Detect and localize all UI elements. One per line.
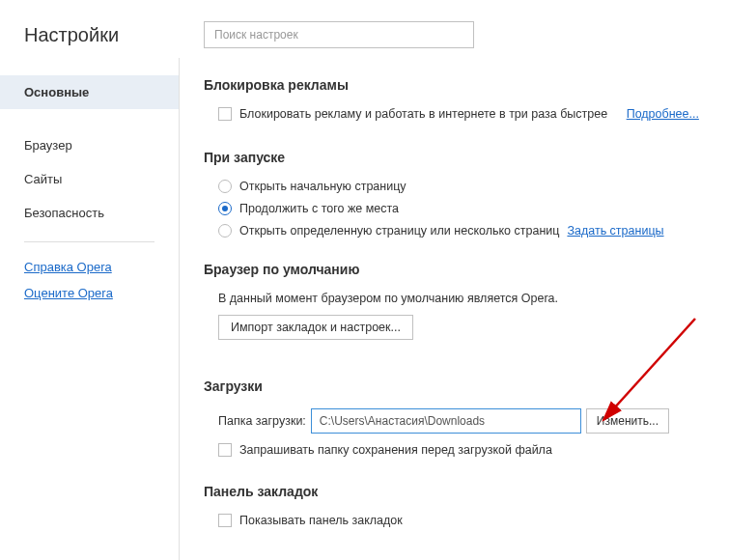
set-pages-link[interactable]: Задать страницы <box>567 224 663 238</box>
startup-radio-home[interactable] <box>218 180 232 193</box>
downloads-title: Загрузки <box>204 378 700 394</box>
download-folder-label: Папка загрузки: <box>218 414 306 428</box>
main-content: Блокировка рекламы Блокировать рекламу и… <box>180 0 729 560</box>
startup-radio-home-label: Открыть начальную страницу <box>239 180 407 193</box>
sidebar-item-security[interactable]: Безопасность <box>0 196 179 230</box>
adblock-label: Блокировать рекламу и работать в интерне… <box>239 107 607 121</box>
startup-radio-specific-label: Открыть определенную страницу или нескол… <box>239 224 559 238</box>
sidebar-item-browser[interactable]: Браузер <box>0 128 179 162</box>
startup-section: При запуске Открыть начальную страницу П… <box>204 150 700 238</box>
adblock-title: Блокировка рекламы <box>204 77 700 93</box>
startup-radio-continue-label: Продолжить с того же места <box>239 202 399 215</box>
ask-folder-label: Запрашивать папку сохранения перед загру… <box>239 443 552 457</box>
download-folder-input[interactable] <box>311 408 581 434</box>
adblock-more-link[interactable]: Подробнее... <box>627 107 699 121</box>
page-title: Настройки <box>0 24 179 46</box>
bookmarks-title: Панель закладок <box>204 484 700 499</box>
show-bookmarks-label: Показывать панель закладок <box>239 514 403 527</box>
default-browser-section: Браузер по умолчанию В данный момент бра… <box>204 262 700 340</box>
sidebar-item-basic[interactable]: Основные <box>0 75 179 109</box>
default-browser-status: В данный момент браузером по умолчанию я… <box>204 292 700 305</box>
change-folder-button[interactable]: Изменить... <box>586 408 669 434</box>
bookmarks-section: Панель закладок Показывать панель заклад… <box>204 484 700 527</box>
startup-radio-specific[interactable] <box>218 224 232 238</box>
search-input[interactable] <box>204 21 474 48</box>
divider <box>24 241 154 242</box>
ask-folder-checkbox[interactable] <box>218 443 232 457</box>
rate-link[interactable]: Оцените Opera <box>0 280 179 306</box>
downloads-section: Загрузки Папка загрузки: Изменить... Зап… <box>204 378 700 457</box>
default-browser-title: Браузер по умолчанию <box>204 262 700 277</box>
sidebar-item-sites[interactable]: Сайты <box>0 162 179 196</box>
startup-title: При запуске <box>204 150 700 165</box>
startup-radio-continue[interactable] <box>218 202 232 215</box>
sidebar: Настройки Основные Браузер Сайты Безопас… <box>0 0 179 560</box>
help-link[interactable]: Справка Opera <box>0 254 179 280</box>
show-bookmarks-checkbox[interactable] <box>218 514 232 527</box>
adblock-checkbox[interactable] <box>218 107 232 121</box>
import-button[interactable]: Импорт закладок и настроек... <box>218 315 413 340</box>
adblock-section: Блокировка рекламы Блокировать рекламу и… <box>204 77 700 121</box>
